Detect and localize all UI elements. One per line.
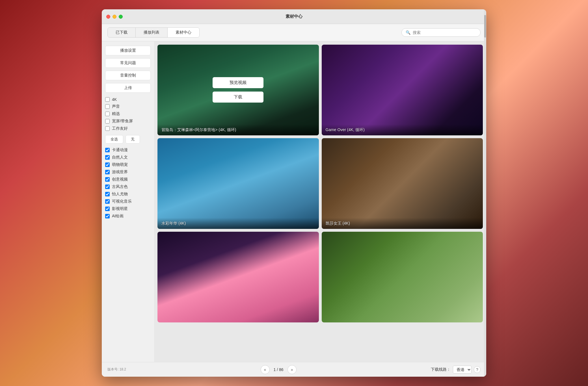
tab-downloaded[interactable]: 已下载 [108, 28, 136, 37]
category-section: 卡通动漫 自然人文 萌物萌宠 游戏世界 创意视频 [105, 148, 151, 219]
card-label-overlay: 水彩年华 (4K) [157, 218, 319, 229]
card-label-overlay: Game Over (4K, 循环) [322, 124, 483, 135]
page-info: 1 / 86 [274, 367, 284, 372]
toolbar: 已下载 播放列表 素材中心 🔍 [102, 24, 486, 41]
content-area: 预览视频 下载 冒险岛：艾琳森林<阿尔泰营地> (4K, 循环) Game Ov… [154, 41, 486, 362]
close-button[interactable] [106, 15, 110, 19]
search-input[interactable] [413, 30, 476, 35]
tab-center[interactable]: 素材中心 [168, 28, 199, 37]
card-label: 冒险岛：艾琳森林<阿尔泰营地> (4K, 循环) [161, 127, 236, 132]
filter-featured[interactable]: 精选 [105, 111, 151, 116]
cat-music-visual[interactable]: 可视化音乐 [105, 199, 151, 204]
cat-film-stars[interactable]: 影视明星 [105, 206, 151, 211]
pagination: « 1 / 86 » [261, 365, 297, 374]
maximize-button[interactable] [119, 15, 123, 19]
title-bar: 素材中心 [102, 9, 486, 24]
search-box: 🔍 [401, 28, 481, 37]
cat-beautiful[interactable]: 怡人尤物 [105, 192, 151, 197]
search-icon: 🔍 [406, 30, 410, 35]
download-button[interactable]: 下载 [213, 92, 263, 103]
media-card-anime-girl[interactable] [157, 232, 319, 322]
card-label: Game Over (4K, 循环) [326, 127, 365, 132]
main-content: 播放设置 常见问题 音量控制 上传 4K 声音 精选 [102, 41, 486, 362]
route-selector[interactable]: 香港 上海 北京 [453, 366, 472, 374]
next-page-button[interactable]: » [287, 365, 297, 374]
help-button[interactable]: ? [474, 366, 481, 373]
cat-nature[interactable]: 自然人文 [105, 155, 151, 160]
bottom-bar: 版本号: 18.2 « 1 / 86 » 下载线路： 香港 上海 北京 ? [102, 362, 486, 377]
faq-button[interactable]: 常见问题 [105, 58, 151, 68]
main-window: 素材中心 已下载 播放列表 素材中心 🔍 播放设置 常见问题 音量控制 上传 4… [102, 9, 486, 377]
card-label: 水彩年华 (4K) [161, 221, 186, 225]
prev-page-button[interactable]: « [261, 365, 270, 374]
media-card-watercolor[interactable]: 水彩年华 (4K) [157, 138, 319, 229]
media-card-queen[interactable]: 凯莎女王 (4K) [322, 138, 483, 229]
card-label-overlay: 冒险岛：艾琳森林<阿尔泰营地> (4K, 循环) [157, 124, 319, 135]
download-route-label: 下载线路： [431, 367, 451, 372]
cat-creative-video[interactable]: 创意视频 [105, 177, 151, 182]
media-card-squirrel[interactable] [322, 232, 483, 322]
select-all-button[interactable]: 全选 [105, 135, 123, 144]
select-none-button[interactable]: 无 [126, 135, 140, 144]
card-label-overlay: 凯莎女王 (4K) [322, 218, 483, 229]
media-card-game-over[interactable]: Game Over (4K, 循环) [322, 45, 483, 135]
cat-cute-pets[interactable]: 萌物萌宠 [105, 162, 151, 167]
filter-widescreen[interactable]: 宽屏/带鱼屏 [105, 119, 151, 124]
traffic-lights [106, 15, 123, 19]
select-buttons-row: 全选 无 [105, 135, 151, 144]
download-route: 下载线路： 香港 上海 北京 ? [431, 366, 481, 374]
cat-ai-art[interactable]: AI绘画 [105, 214, 151, 219]
version-label: 版本号: 18.2 [107, 367, 126, 372]
card-label: 凯莎女王 (4K) [326, 221, 350, 225]
filter-section: 4K 声音 精选 宽屏/带鱼屏 工作友好 [105, 97, 151, 131]
filter-work-friendly[interactable]: 工作友好 [105, 126, 151, 131]
window-title: 素材中心 [286, 14, 302, 19]
playback-settings-button[interactable]: 播放设置 [105, 46, 151, 55]
cat-ancient[interactable]: 古风古色 [105, 184, 151, 189]
filter-4k[interactable]: 4K [105, 97, 151, 102]
sidebar: 播放设置 常见问题 音量控制 上传 4K 声音 精选 [102, 41, 154, 362]
card-hover-overlay: 预览视频 下载 [157, 45, 319, 135]
scrollbar-track[interactable] [484, 41, 486, 362]
filter-sound[interactable]: 声音 [105, 104, 151, 109]
minimize-button[interactable] [113, 15, 116, 19]
upload-button[interactable]: 上传 [105, 83, 151, 93]
cat-cartoon[interactable]: 卡通动漫 [105, 148, 151, 153]
tab-playlist[interactable]: 播放列表 [136, 28, 168, 37]
media-card-adventure-island[interactable]: 预览视频 下载 冒险岛：艾琳森林<阿尔泰营地> (4K, 循环) [157, 45, 319, 135]
preview-video-button[interactable]: 预览视频 [213, 77, 263, 88]
volume-control-button[interactable]: 音量控制 [105, 71, 151, 80]
cat-game-world[interactable]: 游戏世界 [105, 170, 151, 175]
tab-group: 已下载 播放列表 素材中心 [107, 27, 200, 38]
media-grid: 预览视频 下载 冒险岛：艾琳森林<阿尔泰营地> (4K, 循环) Game Ov… [157, 45, 483, 322]
